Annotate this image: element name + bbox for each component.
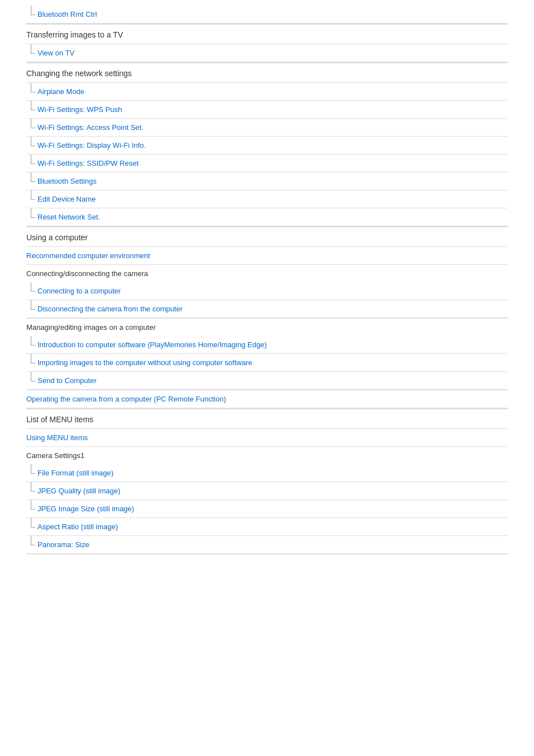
wifi-display-item: Wi-Fi Settings: Display Wi-Fi Info.	[26, 137, 508, 155]
using-menu-link[interactable]: Using MENU items	[26, 433, 88, 442]
connecting-computer-item: Connecting to a computer	[26, 282, 508, 300]
recommended-env-link[interactable]: Recommended computer environment	[26, 251, 150, 260]
file-format-item: File Format (still image)	[26, 464, 508, 482]
connecting-computer-link[interactable]: Connecting to a computer	[38, 287, 121, 295]
group-header-using-computer: Using a computer	[26, 227, 508, 247]
send-computer-item: Send to Computer	[26, 372, 508, 390]
operating-camera-section: Operating the camera from a computer (PC…	[26, 390, 508, 408]
sub-managing-images: Managing/editing images on a computer In…	[26, 319, 508, 390]
view-on-tv-link[interactable]: View on TV	[38, 49, 74, 57]
wifi-ssid-reset-link[interactable]: Wi-Fi Settings: SSID/PW Reset	[38, 159, 139, 167]
jpeg-image-size-link[interactable]: JPEG Image Size (still image)	[38, 505, 134, 513]
intro-software-item: Introduction to computer software (PlayM…	[26, 336, 508, 354]
wifi-display-link[interactable]: Wi-Fi Settings: Display Wi-Fi Info.	[38, 141, 146, 150]
group-header-menu-items: List of MENU items	[26, 409, 508, 429]
wifi-ssid-reset-item: Wi-Fi Settings: SSID/PW Reset	[26, 155, 508, 172]
edit-device-name-link[interactable]: Edit Device Name	[38, 195, 96, 203]
recommended-env-section: Recommended computer environment	[26, 247, 508, 265]
airplane-mode-link[interactable]: Airplane Mode	[38, 87, 85, 96]
using-menu-section: Using MENU items	[26, 429, 508, 447]
send-computer-link[interactable]: Send to Computer	[38, 376, 97, 385]
aspect-ratio-link[interactable]: Aspect Ratio (still image)	[38, 522, 118, 531]
sub-header-connecting-camera: Connecting/disconnecting the camera	[26, 265, 508, 282]
reset-network-link[interactable]: Reset Network Set.	[38, 213, 100, 221]
edit-device-name-item: Edit Device Name	[26, 190, 508, 208]
group-using-computer: Using a computer Recommended computer en…	[26, 226, 508, 408]
aspect-ratio-item: Aspect Ratio (still image)	[26, 518, 508, 536]
bluetooth-settings-item: Bluetooth Settings	[26, 172, 508, 190]
sub-header-camera-settings1: Camera Settings1	[26, 447, 508, 464]
bluetooth-rmt-ctrl-link[interactable]: Bluetooth Rmt Ctrl	[38, 10, 97, 18]
importing-images-link[interactable]: Importing images to the computer without…	[38, 358, 252, 367]
wifi-wps-push-link[interactable]: Wi-Fi Settings: WPS Push	[38, 105, 122, 114]
jpeg-quality-link[interactable]: JPEG Quality (still image)	[38, 487, 120, 495]
jpeg-quality-item: JPEG Quality (still image)	[26, 482, 508, 500]
sub-header-managing-images: Managing/editing images on a computer	[26, 319, 508, 336]
group-header-network-settings: Changing the network settings	[26, 63, 508, 83]
panorama-size-item: Panorama: Size	[26, 536, 508, 554]
sub-camera-settings1: Camera Settings1 File Format (still imag…	[26, 447, 508, 554]
file-format-link[interactable]: File Format (still image)	[38, 469, 114, 477]
airplane-mode-item: Airplane Mode	[26, 83, 508, 101]
group-menu-items: List of MENU items Using MENU items Came…	[26, 408, 508, 554]
group-network-settings: Changing the network settings Airplane M…	[26, 62, 508, 226]
operating-camera-link[interactable]: Operating the camera from a computer (PC…	[26, 395, 226, 403]
importing-images-item: Importing images to the computer without…	[26, 354, 508, 372]
panorama-size-link[interactable]: Panorama: Size	[38, 540, 90, 549]
jpeg-image-size-item: JPEG Image Size (still image)	[26, 500, 508, 518]
wifi-access-point-link[interactable]: Wi-Fi Settings: Access Point Set.	[38, 123, 143, 132]
group-header-transferring-tv: Transferring images to a TV	[26, 24, 508, 44]
bluetooth-settings-link[interactable]: Bluetooth Settings	[38, 177, 97, 185]
intro-software-link[interactable]: Introduction to computer software (PlayM…	[38, 340, 267, 349]
view-on-tv-item: View on TV	[26, 44, 508, 62]
bluetooth-rmt-ctrl-item: Bluetooth Rmt Ctrl	[26, 6, 508, 24]
sub-connecting-camera: Connecting/disconnecting the camera Conn…	[26, 265, 508, 319]
reset-network-item: Reset Network Set.	[26, 208, 508, 226]
wifi-access-point-item: Wi-Fi Settings: Access Point Set.	[26, 119, 508, 137]
disconnecting-camera-link[interactable]: Disconnecting the camera from the comput…	[38, 305, 182, 313]
group-transferring-tv: Transferring images to a TV View on TV	[26, 24, 508, 62]
wifi-wps-push-item: Wi-Fi Settings: WPS Push	[26, 101, 508, 119]
disconnecting-camera-item: Disconnecting the camera from the comput…	[26, 300, 508, 318]
